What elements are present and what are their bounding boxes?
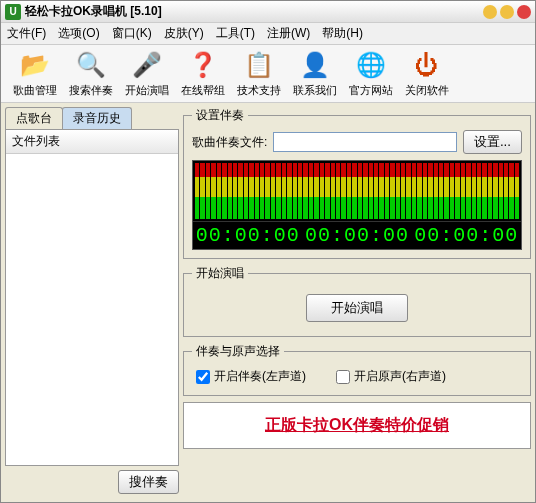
accomp-file-label: 歌曲伴奏文件: [192,134,267,151]
timer-3: 00:00:00 [414,224,518,247]
person-icon: 👤 [299,49,331,81]
search-accomp-button[interactable]: 搜伴奏 [118,470,179,494]
main-window: U 轻松卡拉OK录唱机 [5.10] 文件(F) 选项(O) 窗口(K) 皮肤(… [0,0,536,503]
window-title: 轻松卡拉OK录唱机 [5.10] [25,3,162,20]
globe-icon: 🌐 [355,49,387,81]
start-sing-button[interactable]: 开始演唱 [306,294,408,322]
timer-2: 00:00:00 [305,224,409,247]
tb-close-app[interactable]: ⏻关闭软件 [399,49,455,98]
accomp-file-input[interactable] [273,132,457,152]
spectrum-bars [193,161,521,221]
timer-1: 00:00:00 [196,224,300,247]
menu-skin[interactable]: 皮肤(Y) [164,25,204,42]
tb-official-site[interactable]: 🌐官方网站 [343,49,399,98]
menu-file[interactable]: 文件(F) [7,25,46,42]
help-icon: ❓ [187,49,219,81]
tb-tech-support[interactable]: 📋技术支持 [231,49,287,98]
app-icon: U [5,4,21,20]
file-list-header: 文件列表 [6,130,178,154]
minimize-button[interactable] [483,5,497,19]
menu-help[interactable]: 帮助(H) [322,25,363,42]
tb-song-manage[interactable]: 📂歌曲管理 [7,49,63,98]
checkbox-accomp-left-input[interactable] [196,370,210,384]
group-start-sing: 开始演唱 开始演唱 [183,265,531,337]
clipboard-icon: 📋 [243,49,275,81]
checkbox-vocal-right-input[interactable] [336,370,350,384]
menu-window[interactable]: 窗口(K) [112,25,152,42]
titlebar: U 轻松卡拉OK录唱机 [5.10] [1,1,535,23]
tab-song-desk[interactable]: 点歌台 [5,107,63,129]
menu-register[interactable]: 注册(W) [267,25,310,42]
right-panel: 设置伴奏 歌曲伴奏文件: 设置... 00:00:00 00:00:00 00:… [183,107,531,498]
folder-icon: 📂 [19,49,51,81]
search-icon: 🔍 [75,49,107,81]
menu-tools[interactable]: 工具(T) [216,25,255,42]
tb-start-sing[interactable]: 🎤开始演唱 [119,49,175,98]
left-panel: 点歌台 录音历史 文件列表 搜伴奏 [5,107,179,498]
tab-record-history[interactable]: 录音历史 [62,107,132,129]
menu-options[interactable]: 选项(O) [58,25,99,42]
group-channel-select: 伴奏与原声选择 开启伴奏(左声道) 开启原声(右声道) [183,343,531,396]
promo-banner[interactable]: 正版卡拉OK伴奏特价促销 [183,402,531,449]
checkbox-accomp-left[interactable]: 开启伴奏(左声道) [196,368,306,385]
set-button[interactable]: 设置... [463,130,522,154]
checkbox-vocal-right[interactable]: 开启原声(右声道) [336,368,446,385]
content-area: 点歌台 录音历史 文件列表 搜伴奏 设置伴奏 歌曲伴奏文件: 设置... [1,103,535,502]
timer-row: 00:00:00 00:00:00 00:00:00 [193,221,521,249]
group-set-accomp-legend: 设置伴奏 [192,107,248,124]
power-icon: ⏻ [411,49,443,81]
left-tabs: 点歌台 录音历史 [5,107,179,129]
toolbar: 📂歌曲管理 🔍搜索伴奏 🎤开始演唱 ❓在线帮组 📋技术支持 👤联系我们 🌐官方网… [1,45,535,103]
menubar: 文件(F) 选项(O) 窗口(K) 皮肤(Y) 工具(T) 注册(W) 帮助(H… [1,23,535,45]
left-footer: 搜伴奏 [5,466,179,498]
group-channel-legend: 伴奏与原声选择 [192,343,284,360]
group-set-accomp: 设置伴奏 歌曲伴奏文件: 设置... 00:00:00 00:00:00 00:… [183,107,531,259]
tb-online-help[interactable]: ❓在线帮组 [175,49,231,98]
file-list-box: 文件列表 [5,129,179,466]
tb-contact-us[interactable]: 👤联系我们 [287,49,343,98]
file-list[interactable] [6,154,178,465]
maximize-button[interactable] [500,5,514,19]
mic-icon: 🎤 [131,49,163,81]
group-start-sing-legend: 开始演唱 [192,265,248,282]
spectrum-display: 00:00:00 00:00:00 00:00:00 [192,160,522,250]
tb-search-accomp[interactable]: 🔍搜索伴奏 [63,49,119,98]
close-button[interactable] [517,5,531,19]
